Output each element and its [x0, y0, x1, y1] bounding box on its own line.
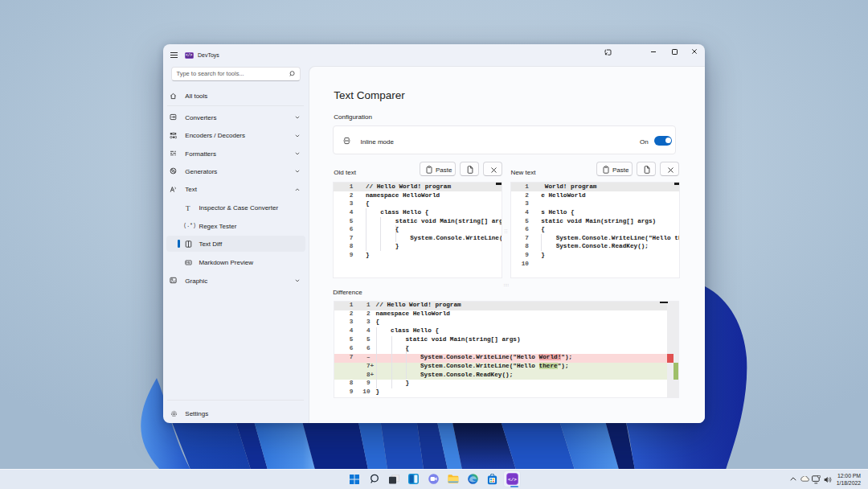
svg-text:</>: </>: [508, 477, 517, 483]
